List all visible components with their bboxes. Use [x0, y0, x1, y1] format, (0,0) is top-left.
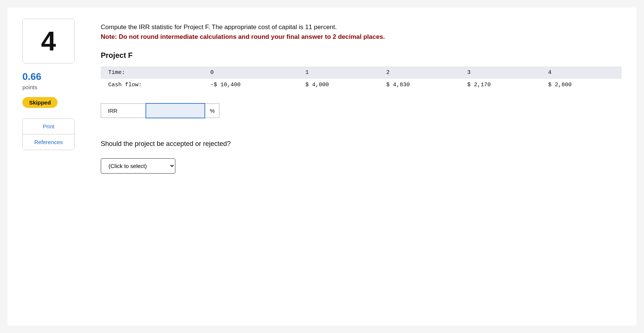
points-label: points [22, 84, 37, 90]
print-button[interactable]: Print [23, 119, 74, 134]
project-title: Project F [101, 51, 622, 60]
cash-flow-row: Cash flow: -$ 10,400 $ 4,000 $ 4,830 $ 2… [101, 79, 622, 91]
cf-4: $ 2,800 [541, 79, 622, 91]
question-note: Note: Do not round intermediate calculat… [101, 33, 385, 40]
time-0: 0 [203, 66, 298, 79]
question-number: 4 [41, 26, 56, 56]
dropdown-container[interactable]: (Click to select) Accept Reject [101, 158, 622, 174]
right-panel: Compute the IRR statistic for Project F.… [101, 19, 622, 314]
page-container: 4 0.66 points Skipped Print References C… [7, 7, 637, 326]
irr-row: IRR % [101, 103, 622, 118]
acceptance-select[interactable]: (Click to select) Accept Reject [101, 158, 175, 174]
cf-2: $ 4,830 [379, 79, 460, 91]
time-4: 4 [541, 66, 622, 79]
time-2: 2 [379, 66, 460, 79]
question-main-text: Compute the IRR statistic for Project F.… [101, 22, 622, 41]
status-badge: Skipped [22, 97, 57, 108]
cash-flow-table: Time: 0 1 2 3 4 Cash flow: -$ 10,400 $ 4… [101, 66, 622, 91]
cf-1: $ 4,000 [298, 79, 379, 91]
action-buttons-group: Print References [22, 118, 75, 150]
time-3: 3 [460, 66, 541, 79]
question-body: Compute the IRR statistic for Project F.… [101, 24, 337, 31]
time-1: 1 [298, 66, 379, 79]
points-value: 0.66 [22, 71, 41, 83]
cash-flow-label: Cash flow: [101, 79, 203, 91]
table-header-row: Time: 0 1 2 3 4 [101, 66, 622, 79]
references-button[interactable]: References [23, 134, 74, 150]
irr-input[interactable] [146, 103, 205, 118]
cf-0: -$ 10,400 [203, 79, 298, 91]
irr-label: IRR [101, 103, 146, 118]
acceptance-question: Should the project be accepted or reject… [101, 140, 622, 148]
cf-3: $ 2,170 [460, 79, 541, 91]
question-number-box: 4 [22, 19, 75, 63]
irr-percent-symbol: % [205, 103, 219, 118]
left-panel: 4 0.66 points Skipped Print References [22, 19, 90, 314]
time-label: Time: [101, 66, 203, 79]
